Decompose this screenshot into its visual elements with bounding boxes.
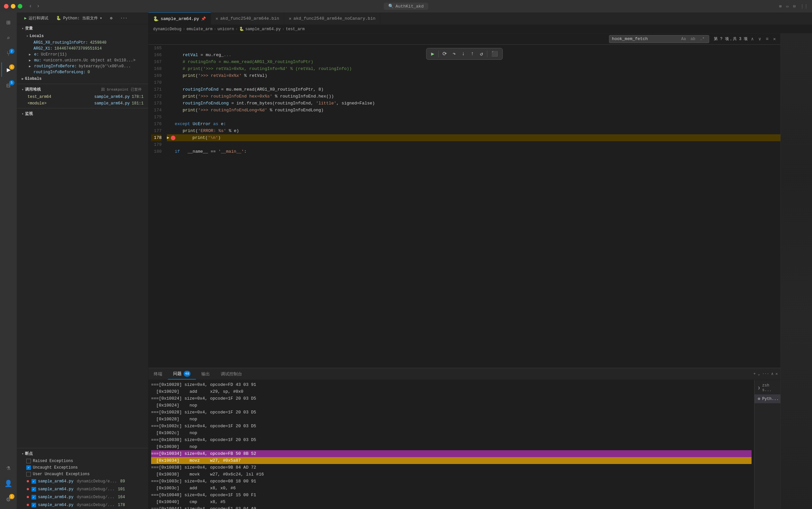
- bp-file-2[interactable]: ● sample_arm64.py dynamicDebug/... 101: [17, 485, 148, 493]
- bp-uncaught-checkbox[interactable]: [26, 465, 31, 470]
- debug-step-into-btn[interactable]: ↷: [451, 49, 458, 58]
- call-stack-module[interactable]: <module> sample_arm64.py 181:1: [17, 100, 148, 107]
- bp-file-1[interactable]: ● sample_arm64.py dynamicDebug/e... 89: [17, 477, 148, 485]
- breakpoints-section-header[interactable]: ▾ 断点: [17, 449, 148, 458]
- search-next-btn[interactable]: ∨: [757, 35, 763, 42]
- bp-file-4[interactable]: ● sample_arm64.py dynamicDebug/... 178: [17, 501, 148, 509]
- customize-icon[interactable]: ⋮⋮: [800, 4, 808, 9]
- search-close-btn[interactable]: ✕: [773, 36, 776, 42]
- locals-title: Locals: [30, 34, 44, 38]
- back-arrow[interactable]: ‹: [29, 3, 32, 9]
- panel-tab-bar: 终端 问题 48 输出 调试控制台 +: [148, 368, 780, 380]
- tab-close-icon-3[interactable]: ✕: [289, 16, 291, 21]
- search-input[interactable]: [612, 36, 678, 41]
- tab-akd-nocanary[interactable]: ✕ akd_func2540_arm64e_noCanary.bin: [284, 12, 380, 25]
- call-stack-status: 因 breakpoint 已暂停: [101, 87, 142, 92]
- activity-testing[interactable]: ⚗: [1, 461, 16, 475]
- run-debug-btn[interactable]: ▶ 运行和调试: [22, 14, 51, 22]
- watch-section-header[interactable]: ▾ 监视: [17, 110, 148, 118]
- panel-close-btn[interactable]: ✕: [776, 371, 778, 376]
- bp-file-3[interactable]: ● sample_arm64.py dynamicDebug/... 164: [17, 493, 148, 501]
- variables-section-header[interactable]: ▾ 变量: [17, 24, 148, 33]
- match-case-btn[interactable]: Aa: [680, 36, 687, 42]
- bp-raised-checkbox[interactable]: [26, 459, 31, 463]
- call-stack-section-header[interactable]: ▾ 调用堆栈 因 breakpoint 已暂停: [17, 86, 148, 94]
- panel-tab-output[interactable]: 输出: [196, 368, 215, 380]
- add-terminal-btn[interactable]: +: [753, 372, 755, 376]
- tab-sample-arm64[interactable]: 🐍 sample_arm64.py 📌: [148, 12, 211, 25]
- activity-files[interactable]: ⊞: [1, 15, 16, 30]
- bc-test-arm[interactable]: test_arm: [286, 27, 305, 32]
- activity-search[interactable]: ⌕: [1, 31, 16, 45]
- layout2-icon[interactable]: ▭: [786, 4, 789, 9]
- code-editor[interactable]: 165 166 167 168 169 170 171 172 173 174 …: [148, 45, 780, 368]
- debug-step-out-btn[interactable]: ↓: [460, 50, 467, 58]
- bc-sample[interactable]: sample_arm64.py: [245, 27, 281, 32]
- panel-more-btn[interactable]: ⌄: [758, 371, 760, 376]
- title-search[interactable]: 🔍 AuthKit_akd: [384, 3, 428, 10]
- globals-section-header[interactable]: ▶ Globals: [17, 75, 148, 82]
- tab-akd-func[interactable]: ✕ akd_func2540_arm64e.bin: [211, 12, 284, 25]
- terminal-content[interactable]: ===[0x10020] size=0x4, opcode=FD 43 03 9…: [148, 380, 754, 509]
- debug-continue-btn[interactable]: ▶: [429, 49, 436, 58]
- locals-section-header[interactable]: ▾ Locals: [17, 33, 148, 40]
- panel-icon[interactable]: ⊟: [793, 4, 796, 9]
- whole-word-btn[interactable]: ab: [689, 36, 697, 42]
- layout-icon[interactable]: ⊞: [779, 4, 781, 9]
- call-stack-chevron: ▾: [22, 88, 24, 92]
- close-button[interactable]: [4, 4, 8, 8]
- bc-unicorn[interactable]: unicorn: [217, 27, 234, 32]
- activity-source-control[interactable]: ⑂ 2: [1, 47, 16, 61]
- debug-restart-btn[interactable]: ↑: [469, 50, 476, 58]
- bp-file3-checkbox[interactable]: [32, 495, 36, 500]
- minimize-button[interactable]: [11, 4, 15, 8]
- search-list-btn[interactable]: ≡: [765, 36, 770, 42]
- bp-file4-checkbox[interactable]: [32, 503, 36, 507]
- debug-rerun-btn[interactable]: ↺: [478, 49, 485, 58]
- forward-arrow[interactable]: ›: [37, 3, 40, 9]
- bp-user-label: User Uncaught Exceptions: [33, 472, 90, 476]
- more-btn[interactable]: ···: [117, 15, 130, 22]
- code-line-176: except UcError as e:: [167, 121, 780, 127]
- panel-tab-debug-console[interactable]: 调试控制台: [215, 368, 248, 380]
- bp-file1-checkbox[interactable]: [32, 479, 36, 484]
- tab-label-2: akd_func2540_arm64e.bin: [220, 16, 279, 21]
- locals-chevron: ▾: [26, 34, 28, 38]
- terminal-line-9: ===[0x10030] size=0x4, opcode=1F 20 03 D…: [151, 436, 751, 443]
- extensions-badge: 5: [9, 80, 14, 86]
- search-prev-btn[interactable]: ∧: [750, 35, 755, 42]
- terminal-python[interactable]: ⚙ Pyth...: [754, 395, 780, 403]
- bp-user-checkbox[interactable]: [26, 472, 31, 476]
- activity-account[interactable]: 👤: [1, 476, 16, 490]
- var-e[interactable]: ▶ e: UcError(11): [17, 52, 148, 58]
- panel-tab-terminal[interactable]: 终端: [148, 368, 168, 380]
- debug-top-bar: ▶ 运行和调试 🐍 Python: 当前文件 ▾ ⚙ ···: [17, 12, 148, 24]
- panel-tab-problems[interactable]: 问题 48: [168, 368, 196, 380]
- bc-emulate-arm[interactable]: emulate_arm: [187, 27, 212, 32]
- panel-up-btn[interactable]: ∧: [771, 371, 774, 376]
- search-input-wrap[interactable]: Aa ab .*: [609, 35, 709, 43]
- debug-stop-btn[interactable]: ⬛: [489, 49, 500, 58]
- settings-btn[interactable]: ⚙: [107, 14, 115, 22]
- traffic-lights: [4, 4, 22, 8]
- call-stack-test-arm64[interactable]: test_arm64 sample_arm64.py 178:1: [17, 94, 148, 100]
- tab-close-icon-2[interactable]: ✕: [215, 16, 218, 21]
- activity-run-debug[interactable]: ▶ 1: [1, 62, 16, 77]
- activity-settings[interactable]: ⚙ 1: [1, 492, 16, 506]
- terminal-line-7: ===[0x1002c] size=0x4, opcode=1F 20 03 D…: [151, 422, 751, 430]
- python-config-btn[interactable]: 🐍 Python: 当前文件 ▾: [54, 14, 105, 22]
- maximize-button[interactable]: [18, 4, 22, 8]
- search-result-count: 第 ? 项，共 3 项: [714, 36, 748, 42]
- panel-dots-btn[interactable]: ···: [762, 372, 769, 376]
- code-line-169: print('>>> retVal=0x%x' % retVal): [167, 72, 780, 79]
- terminal-zsh[interactable]: ❯ zsh s...: [754, 381, 780, 395]
- activity-extensions[interactable]: ⊟ 5: [1, 78, 16, 93]
- var-routing-before[interactable]: ▶ routingInfoBefore: bytearray(b'\x00\x0…: [17, 63, 148, 69]
- var-mu[interactable]: ▶ mu: <unicorn.unicorn.Uc object at 0x11…: [17, 58, 148, 63]
- terminal-line-14: [0x1003c] add x8, x0, #6: [151, 485, 751, 491]
- bp-file2-checkbox[interactable]: [32, 487, 36, 491]
- cs-line-2: 181:1: [132, 101, 143, 106]
- bc-dynamic-debug[interactable]: dynamicDebug: [153, 27, 181, 32]
- regex-btn[interactable]: .*: [698, 36, 706, 42]
- debug-step-over-btn[interactable]: ⟳: [440, 49, 449, 58]
